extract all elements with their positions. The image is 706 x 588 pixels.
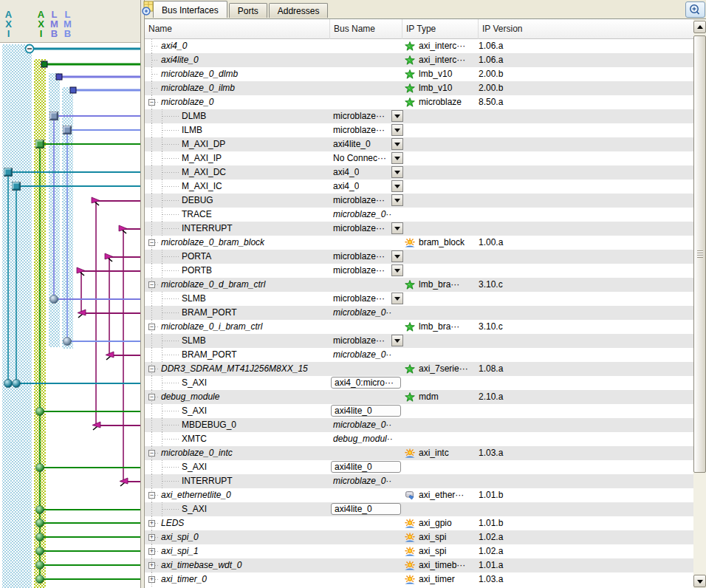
collapse-toggle[interactable]: − — [148, 450, 155, 457]
scroll-down-button[interactable] — [693, 575, 706, 587]
bus-trunk-marker[interactable] — [56, 74, 62, 80]
column-header-ip-type[interactable]: IP Type — [402, 19, 479, 39]
table-row[interactable]: ILMBmicroblaze··· — [145, 123, 693, 137]
table-row[interactable]: M_AXI_DPaxi4lite_0 — [145, 137, 693, 151]
table-row[interactable]: −microblaze_0_intcaxi_intc1.03.a — [145, 446, 693, 460]
collapse-toggle[interactable]: − — [148, 239, 155, 246]
collapse-toggle[interactable]: − — [148, 99, 155, 106]
table-row[interactable]: DLMBmicroblaze··· — [145, 109, 693, 123]
table-row[interactable]: SLMBmicroblaze··· — [145, 334, 693, 348]
table-row[interactable]: PORTBmicroblaze··· — [145, 264, 693, 278]
table-row[interactable]: −microblaze_0_i_bram_ctrllmb_bra···3.10.… — [145, 320, 693, 334]
collapse-toggle[interactable]: − — [148, 366, 155, 372]
connection-ball-marker[interactable] — [36, 533, 44, 541]
expand-toggle[interactable]: + — [148, 534, 155, 541]
table-row[interactable]: −microblaze_0_d_bram_ctrllmb_bra···3.10.… — [145, 278, 693, 292]
table-row[interactable]: BRAM_PORTmicroblaze_0··· — [145, 306, 693, 320]
bus-name-dropdown-button[interactable] — [391, 293, 403, 304]
collapse-toggle[interactable]: − — [148, 281, 155, 288]
table-row[interactable]: SLMBmicroblaze··· — [145, 292, 693, 306]
tree-guide-line — [162, 425, 179, 425]
table-row[interactable]: axi4_0axi_interc···1.06.a — [145, 39, 693, 53]
table-row[interactable]: BRAM_PORTmicroblaze_0··· — [145, 348, 693, 362]
bus-name-dropdown-button[interactable] — [391, 124, 403, 136]
table-row[interactable]: +axi_spi_1axi_spi1.02.a — [145, 544, 693, 558]
table-row[interactable]: −DDR3_SDRAM_MT41J256M8XX_15axi_7serie···… — [145, 362, 693, 376]
connection-ball-marker[interactable] — [50, 295, 58, 304]
table-row[interactable]: S_AXIaxi4lite_0 — [145, 460, 693, 474]
table-row[interactable]: +LEDSaxi_gpio1.01.b — [145, 516, 693, 530]
expand-toggle[interactable]: + — [148, 520, 155, 527]
table-row[interactable]: S_AXIaxi4_0:micro··· — [145, 376, 693, 390]
table-row[interactable]: −microblaze_0microblaze8.50.a — [145, 95, 693, 109]
expand-toggle[interactable]: + — [148, 576, 155, 583]
connection-ball-marker[interactable] — [13, 380, 21, 388]
bus-name-dropdown-button[interactable] — [391, 194, 403, 206]
table-row[interactable]: −microblaze_0_bram_blockbram_block1.00.a — [145, 236, 693, 250]
table-row[interactable]: INTERRUPTmicroblaze··· — [145, 222, 693, 236]
scroll-up-button[interactable] — [693, 21, 706, 33]
bus-name-dropdown-button[interactable] — [391, 166, 403, 178]
table-row[interactable]: MBDEBUG_0microblaze_0··· — [145, 418, 693, 432]
table-row[interactable]: TRACEmicroblaze_0··· — [145, 208, 693, 222]
connection-ball-marker[interactable] — [36, 561, 44, 570]
tree-guide-line — [151, 348, 152, 362]
connection-ball-marker[interactable] — [36, 575, 44, 584]
bus-name-dropdown-button[interactable] — [391, 138, 403, 150]
bus-name-field[interactable]: axi4lite_0 — [331, 503, 401, 515]
table-row[interactable]: microblaze_0_ilmblmb_v102.00.b — [145, 81, 693, 95]
bus-name-field[interactable]: axi4_0:micro··· — [331, 377, 401, 389]
table-row[interactable]: S_AXIaxi4lite_0 — [145, 404, 693, 418]
bus-name-dropdown-button[interactable] — [391, 335, 403, 346]
bus-name-value: microblaze··· — [333, 334, 385, 348]
tab-bus-interfaces[interactable]: Bus Interfaces — [153, 1, 227, 18]
scrollbar-thumb[interactable] — [693, 35, 706, 473]
tab-addresses[interactable]: Addresses — [269, 3, 329, 18]
table-row[interactable]: XMTCdebug_modul··· — [145, 432, 693, 446]
connection-ball-marker[interactable] — [36, 519, 44, 527]
expand-toggle[interactable]: + — [148, 548, 155, 555]
column-header-bus-name[interactable]: Bus Name — [330, 19, 402, 39]
table-row[interactable]: axi4lite_0axi_interc···1.06.a — [145, 53, 693, 67]
table-row[interactable]: microblaze_0_dlmblmb_v102.00.b — [145, 67, 693, 81]
bus-name-field[interactable]: axi4lite_0 — [331, 405, 401, 417]
bus-trunk-marker[interactable] — [41, 61, 47, 67]
table-row[interactable]: −debug_modulemdm2.10.a — [145, 390, 693, 404]
connection-ball-marker[interactable] — [36, 408, 44, 416]
bus-name-dropdown-button[interactable] — [391, 222, 403, 234]
table-row[interactable]: +axi_spi_0axi_spi1.02.a — [145, 530, 693, 544]
connection-ball-marker[interactable] — [64, 338, 72, 346]
table-row[interactable]: +axi_timer_0axi_timer1.03.a — [145, 572, 693, 587]
connection-ball-marker[interactable] — [36, 506, 44, 514]
bus-name-dropdown-button[interactable] — [391, 250, 403, 262]
bus-name-dropdown-button[interactable] — [391, 180, 403, 192]
bus-name-field[interactable]: axi4lite_0 — [331, 461, 401, 473]
bus-name-dropdown-button[interactable] — [391, 264, 403, 276]
table-row[interactable]: −axi_ethernetlite_0axi_ether···1.01.b — [145, 488, 693, 502]
tab-ports[interactable]: Ports — [229, 3, 267, 18]
bus-name-dropdown-button[interactable] — [391, 152, 403, 164]
collapse-toggle[interactable]: − — [148, 324, 155, 330]
table-row[interactable]: DEBUGmicroblaze··· — [145, 194, 693, 208]
table-row[interactable]: M_AXI_ICaxi4_0 — [145, 180, 693, 194]
connection-ball-marker[interactable] — [4, 380, 13, 388]
collapse-toggle[interactable]: − — [148, 394, 155, 400]
zoom-button[interactable] — [685, 1, 705, 18]
bus-connection-diagram[interactable] — [0, 0, 140, 588]
table-row[interactable]: INTERRUPTmicroblaze_0··· — [145, 474, 693, 488]
vertical-scrollbar[interactable] — [693, 19, 706, 588]
collapse-toggle[interactable]: − — [148, 492, 155, 499]
expand-toggle[interactable]: + — [148, 562, 155, 569]
column-header-ip-version[interactable]: IP Version — [479, 19, 693, 39]
table-row[interactable]: S_AXIaxi4lite_0 — [145, 502, 693, 516]
table-row[interactable]: +axi_timebase_wdt_0axi_timeb···1.01.a — [145, 558, 693, 572]
table-row[interactable]: PORTAmicroblaze··· — [145, 250, 693, 264]
connection-ball-marker[interactable] — [36, 547, 44, 555]
bus-trunk-marker[interactable] — [70, 87, 76, 93]
bus-name-dropdown-button[interactable] — [391, 110, 403, 122]
table-row[interactable]: M_AXI_DCaxi4_0 — [145, 165, 693, 180]
panel-splitter[interactable] — [140, 0, 145, 588]
connection-ball-marker[interactable] — [36, 464, 44, 472]
column-header-name[interactable]: Name — [145, 19, 330, 39]
table-row[interactable]: M_AXI_IPNo Connec··· — [145, 151, 693, 165]
